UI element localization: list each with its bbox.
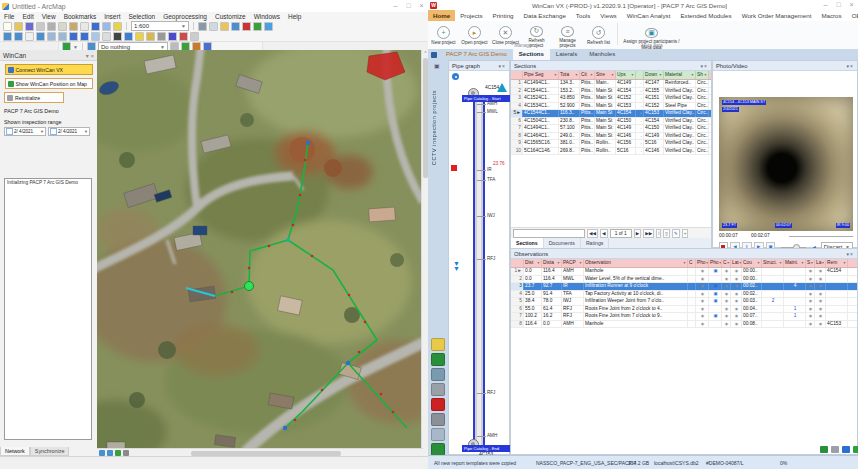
dock-log-list[interactable]: Initializing PACP 7 Arc GIS Demo: [4, 178, 92, 440]
last-record-button[interactable]: ▶▶: [643, 229, 654, 238]
section-row[interactable]: 9 4C1565C16. 381.0.. Pitts.. Rollin.. 4C…: [511, 140, 711, 148]
video-frame[interactable]: 4C154 - 4C153 MAIN ST 2/4/2021 23.7 FT 0…: [719, 97, 853, 231]
ribbon-tab-tools[interactable]: Tools: [571, 10, 595, 21]
pin-icon[interactable]: ▾: [86, 53, 89, 59]
map-view[interactable]: [97, 50, 421, 448]
section-row[interactable]: 2 4C1544C1.. 153.2.. Pitts.. Main St 4C1…: [511, 88, 711, 96]
pipe-body[interactable]: [473, 97, 485, 446]
forward-extent-icon[interactable]: [80, 32, 89, 41]
delete-record-button[interactable]: ▯: [663, 229, 670, 238]
checkbox-icon[interactable]: [50, 128, 57, 135]
pipe-graph-header[interactable]: Pipe graph ▾×: [449, 61, 509, 71]
ribbon-tab-views[interactable]: Views: [595, 10, 621, 21]
observation-code-label[interactable]: MWL: [487, 109, 498, 114]
refresh-list-button[interactable]: ↺ Refresh list: [583, 26, 614, 48]
view-tab-manholes[interactable]: Manholes: [583, 49, 621, 60]
cctv-projects-tab[interactable]: CCTV inspection projects: [431, 90, 437, 165]
close-icon[interactable]: ×: [704, 63, 708, 69]
menu-item[interactable]: Bookmarks: [60, 12, 101, 21]
open-project-button[interactable]: ▸ Open project: [459, 26, 490, 48]
model-builder-icon[interactable]: [264, 22, 273, 31]
fixed-zoom-in-icon[interactable]: [47, 32, 56, 41]
go-to-xy-icon[interactable]: [179, 32, 188, 41]
view-tab-laterals[interactable]: Laterals: [550, 49, 583, 60]
arctoolbox-icon[interactable]: [242, 22, 251, 31]
scale-combo[interactable]: 1:600▼: [131, 21, 189, 31]
observations-header[interactable]: Observations ▾×: [511, 249, 857, 259]
editor-toolbar-icon[interactable]: [198, 22, 207, 31]
close-icon[interactable]: ×: [850, 251, 854, 257]
close-icon[interactable]: ×: [850, 63, 854, 69]
ribbon-tab-projects[interactable]: Projects: [455, 10, 487, 21]
junction-dot[interactable]: [286, 238, 290, 242]
delete-icon[interactable]: [80, 22, 89, 31]
section-row[interactable]: 5► 4C1544C1.. 116.3.. Pitts.. Main St 4C…: [511, 110, 711, 118]
back-extent-icon[interactable]: [69, 32, 78, 41]
add-observation-icon[interactable]: [853, 446, 858, 453]
viewer-window-icon[interactable]: [190, 32, 199, 41]
show-position-button[interactable]: Show WinCan Position on Map: [5, 78, 93, 89]
maximize-button[interactable]: □: [402, 0, 415, 12]
ribbon-tab-extended-modules[interactable]: Extended Modules: [675, 10, 736, 21]
observation-row[interactable]: 2 0.0 116.4 MWL Water Level, 5% of the v…: [511, 276, 857, 284]
html-popup-icon[interactable]: [146, 32, 155, 41]
snapshot-icon[interactable]: [831, 446, 839, 453]
menu-item[interactable]: File: [0, 12, 18, 21]
pan-icon[interactable]: [25, 32, 34, 41]
ribbon-tab-wincan-analyst[interactable]: WinCan Analyst: [622, 10, 676, 21]
new-project-button[interactable]: + New project: [428, 26, 459, 48]
observation-row[interactable]: 3 23.7 92.7 IR Infiltration Runner at 9 …: [511, 283, 857, 291]
wincan-web-icon[interactable]: [431, 353, 445, 366]
arcmap-titlebar[interactable]: Untitled - ArcMap – □ ×: [0, 0, 428, 12]
observation-code-label[interactable]: IWJ: [487, 213, 495, 218]
menu-item[interactable]: Selection: [124, 12, 159, 21]
menu-item[interactable]: View: [38, 12, 60, 21]
graph-icon[interactable]: [431, 428, 445, 441]
paste-icon[interactable]: [69, 22, 78, 31]
identify-icon[interactable]: [124, 32, 133, 41]
map-position-icon[interactable]: [820, 446, 828, 453]
dock-tab-network[interactable]: Network: [0, 447, 30, 456]
save-icon[interactable]: [25, 22, 34, 31]
clear-selection-icon[interactable]: [102, 32, 111, 41]
menu-item[interactable]: Windows: [250, 12, 284, 21]
menu-item[interactable]: Customize: [211, 12, 250, 21]
add-data-icon[interactable]: [113, 22, 122, 31]
first-record-button[interactable]: ◀◀: [587, 229, 598, 238]
observation-row[interactable]: 8 116.4 0.0 AMH Manhole ◉ ◉ ◉ 00:08.. ◉: [511, 321, 857, 329]
sections-header[interactable]: Sections ▾×: [511, 61, 711, 71]
photo-video-header[interactable]: Photo/Video ▾×: [713, 61, 857, 71]
observation-code-label[interactable]: IR: [487, 167, 492, 172]
section-row[interactable]: 8 4C1464C1.. 249.0.. Pitts.. Main St 4C1…: [511, 133, 711, 141]
map-manager-icon[interactable]: [431, 338, 445, 351]
previous-record-button[interactable]: ◀: [600, 229, 608, 238]
menu-item[interactable]: Help: [284, 12, 305, 21]
ribbon-tab-home[interactable]: Home: [428, 10, 455, 21]
checkbox-icon[interactable]: [6, 128, 13, 135]
table-of-contents-icon[interactable]: [209, 22, 218, 31]
date-to-picker[interactable]: 2/ 4/2021▼: [48, 127, 90, 136]
new-map-icon[interactable]: [3, 22, 12, 31]
print-icon[interactable]: [431, 383, 445, 396]
observation-code-label[interactable]: AMH: [487, 433, 497, 438]
close-icon[interactable]: ×: [90, 53, 94, 59]
section-row[interactable]: 6 4C1504C1.. 230.8.. Pitts.. Main St 4C1…: [511, 118, 711, 126]
measure-icon[interactable]: [157, 32, 166, 41]
section-row[interactable]: 4 4C1534C1.. 52.900 Pitts.. Main St 4C15…: [511, 103, 711, 111]
export-database-icon[interactable]: [431, 368, 445, 381]
date-from-picker[interactable]: 2/ 4/2021▼: [4, 127, 46, 136]
fixed-zoom-out-icon[interactable]: [58, 32, 67, 41]
undo-icon[interactable]: [91, 22, 100, 31]
wincan-titlebar[interactable]: W WinCan VX (-PROD-) v1.2020.9.1 [Operat…: [428, 0, 858, 10]
ribbon-tab-work-order-management[interactable]: Work Order Management: [737, 10, 817, 21]
search-icon[interactable]: [231, 22, 240, 31]
info-button[interactable]: i: [656, 229, 661, 238]
observation-row[interactable]: 1► 0.0 116.4 AMH Manhole ◉ ▣ ◉ ◉ 00:00..: [511, 268, 857, 276]
observation-code-label[interactable]: RFJ: [487, 390, 495, 395]
copy-icon[interactable]: [58, 22, 67, 31]
close-button[interactable]: ×: [415, 0, 428, 12]
section-row[interactable]: 10 5C164C146. 269.8.. Pitts.. Rollin.. 5…: [511, 148, 711, 156]
selected-observation-marker[interactable]: [451, 165, 457, 171]
minimize-button[interactable]: –: [389, 0, 402, 12]
hyperlink-icon[interactable]: [135, 32, 144, 41]
